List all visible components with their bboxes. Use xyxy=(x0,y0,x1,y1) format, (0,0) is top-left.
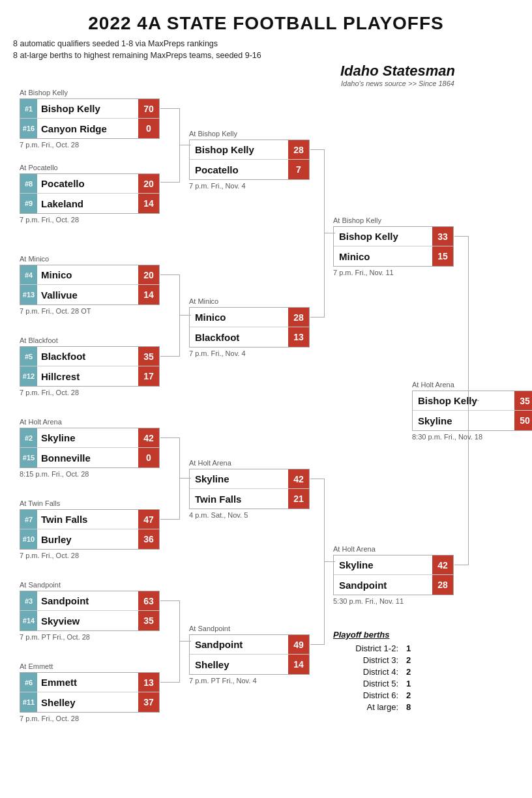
champ-location: At Holt Arena xyxy=(412,381,532,389)
berth-value-1: 2 xyxy=(406,655,411,665)
r1-m4-location: At Blackfoot xyxy=(20,336,160,344)
r3-match-1: At Bishop Kelly Bishop Kelly 33 Minico 1… xyxy=(333,216,454,276)
r2-m4-time: 7 p.m. PT Fri., Nov. 4 xyxy=(189,677,310,685)
r2-m3-team2-row: Twin Falls 21 xyxy=(190,489,309,509)
r3-m1-box: Bishop Kelly 33 Minico 15 xyxy=(333,226,454,267)
line-r1m2-out xyxy=(160,182,180,183)
r1-m3-score2: 14 xyxy=(138,285,159,304)
r1-m1-time: 7 p.m. Fri., Oct. 28 xyxy=(20,141,160,149)
r1-m7-time: 7 p.m. PT Fri., Oct. 28 xyxy=(20,633,160,641)
r1-m5-name1: Skyline xyxy=(37,432,138,443)
r1-m8-team2-row: #11 Shelley 37 xyxy=(20,692,159,712)
r2-m3-time: 4 p.m. Sat., Nov. 5 xyxy=(189,511,310,519)
r1-m6-seed1: #7 xyxy=(20,510,37,529)
berth-row-5: At large: 8 xyxy=(333,702,464,712)
berth-label-2: District 4: xyxy=(333,667,398,677)
r2-m4-box: Sandpoint 49 Shelley 14 xyxy=(189,634,310,675)
logo-name: Idaho Statesman xyxy=(332,63,463,80)
r2-m2-score2: 13 xyxy=(288,327,309,347)
berth-label-1: District 3: xyxy=(333,655,398,665)
champ-box: Bishop Kelly 35 Skyline 50 xyxy=(412,391,532,431)
r1-m7-team1-row: #3 Sandpoint 63 xyxy=(20,591,159,611)
berth-label-3: District 5: xyxy=(333,679,398,688)
r1-m5-team1-row: #2 Skyline 42 xyxy=(20,428,159,448)
r1-m4-team1-row: #5 Blackfoot 35 xyxy=(20,347,159,366)
r1-m3-score1: 20 xyxy=(138,265,159,284)
r1-m6-box: #7 Twin Falls 47 #10 Burley 36 xyxy=(20,509,160,550)
playoff-berths-title: Playoff berths xyxy=(333,630,464,640)
r1-m8-location: At Emmett xyxy=(20,662,160,670)
r1-m1-score2: 0 xyxy=(138,119,159,138)
r1-m4-time: 7 p.m. Fri., Oct. 28 xyxy=(20,389,160,396)
r1-m1-seed2: #16 xyxy=(20,119,37,138)
berth-row-0: District 1-2: 1 xyxy=(333,643,464,653)
r1-m3-team2-row: #13 Vallivue 14 xyxy=(20,285,159,304)
r3-m2-box: Skyline 42 Sandpoint 28 xyxy=(333,555,454,595)
champ-name2: Skyline xyxy=(413,415,514,426)
r1-m6-team1-row: #7 Twin Falls 47 xyxy=(20,510,159,529)
champ-score1: 35 xyxy=(514,391,532,410)
r1-m3-name2: Vallivue xyxy=(37,289,138,301)
r2-m2-team2-row: Blackfoot 13 xyxy=(190,327,309,347)
r1-m2-name2: Lakeland xyxy=(37,198,138,209)
r1-m2-score1: 20 xyxy=(138,174,159,193)
r1-match-3: At Minico #4 Minico 20 #13 Vallivue 14 7… xyxy=(20,255,160,315)
r1-match-4: At Blackfoot #5 Blackfoot 35 #12 Hillcre… xyxy=(20,336,160,396)
r1-m4-seed1: #5 xyxy=(20,347,37,366)
r1-m5-score1: 42 xyxy=(138,428,159,447)
r3-m1-name1: Bishop Kelly xyxy=(334,231,432,242)
logo-tagline: Idaho's news source >> Since 1864 xyxy=(332,80,463,87)
r3-m2-team1-row: Skyline 42 xyxy=(334,555,453,575)
line-r1m5-out xyxy=(160,437,180,438)
r2-m1-team2-row: Pocatello 7 xyxy=(190,160,309,179)
r1-m3-box: #4 Minico 20 #13 Vallivue 14 xyxy=(20,265,160,305)
r1-match-1: At Bishop Kelly #1 Bishop Kelly 70 #16 C… xyxy=(20,89,160,149)
r1-m1-box: #1 Bishop Kelly 70 #16 Canyon Ridge 0 xyxy=(20,98,160,139)
r1-m5-team2-row: #15 Bonneville 0 xyxy=(20,448,159,467)
r2-m3-score2: 21 xyxy=(288,489,309,509)
champ-score2: 50 xyxy=(514,411,532,430)
line-r2m1-out xyxy=(310,149,325,150)
r3-m1-score1: 33 xyxy=(432,227,453,246)
line-r1m1-out xyxy=(160,108,180,109)
r2-match-1: At Bishop Kelly Bishop Kelly 28 Pocatell… xyxy=(189,130,310,190)
r1-m4-box: #5 Blackfoot 35 #12 Hillcrest 17 xyxy=(20,346,160,387)
r1-m8-team1-row: #6 Emmett 13 xyxy=(20,673,159,692)
r1-m7-name2: Skyview xyxy=(37,615,138,627)
r3-m2-name2: Sandpoint xyxy=(334,580,432,591)
r2-m1-team1-row: Bishop Kelly 28 xyxy=(190,140,309,160)
r1-m1-location: At Bishop Kelly xyxy=(20,89,160,96)
r2-m1-name1: Bishop Kelly xyxy=(190,144,288,155)
r1-m6-score1: 47 xyxy=(138,510,159,529)
berth-value-2: 2 xyxy=(406,667,411,677)
r3-m2-location: At Holt Arena xyxy=(333,545,454,553)
r1-m1-seed1: #1 xyxy=(20,99,37,118)
r2-match-3: At Holt Arena Skyline 42 Twin Falls 21 4… xyxy=(189,459,310,519)
berth-value-5: 8 xyxy=(406,702,411,712)
r1-m5-time: 8:15 p.m. Fri., Oct. 28 xyxy=(20,470,160,478)
r1-m5-name2: Bonneville xyxy=(37,452,138,464)
r3-m2-time: 5:30 p.m. Fri., Nov. 11 xyxy=(333,597,454,605)
r1-m6-name1: Twin Falls xyxy=(37,514,138,525)
r1-m3-name1: Minico xyxy=(37,269,138,280)
berth-row-4: District 6: 2 xyxy=(333,690,464,700)
r1-m2-score2: 14 xyxy=(138,194,159,213)
r1-m6-seed2: #10 xyxy=(20,529,37,549)
r1-m6-time: 7 p.m. Fri., Oct. 28 xyxy=(20,552,160,559)
r1-m1-name1: Bishop Kelly xyxy=(37,103,138,114)
r2-m4-team1-row: Sandpoint 49 xyxy=(190,635,309,655)
r1-m2-location: At Pocatello xyxy=(20,164,160,171)
r3-m1-location: At Bishop Kelly xyxy=(333,216,454,224)
line-r3m1-out xyxy=(454,236,469,237)
r1-m6-name2: Burley xyxy=(37,534,138,545)
champ-name1: Bishop Kelly xyxy=(413,395,514,406)
r1-m6-team2-row: #10 Burley 36 xyxy=(20,529,159,549)
r1-m3-seed2: #13 xyxy=(20,285,37,304)
r1-m4-score2: 17 xyxy=(138,366,159,386)
r1-m6-score2: 36 xyxy=(138,529,159,549)
r1-m4-name1: Blackfoot xyxy=(37,351,138,362)
r2-m2-name2: Blackfoot xyxy=(190,332,288,343)
r1-m7-name1: Sandpoint xyxy=(37,595,138,606)
r2-m3-score1: 42 xyxy=(288,469,309,488)
r1-m4-name2: Hillcrest xyxy=(37,371,138,382)
